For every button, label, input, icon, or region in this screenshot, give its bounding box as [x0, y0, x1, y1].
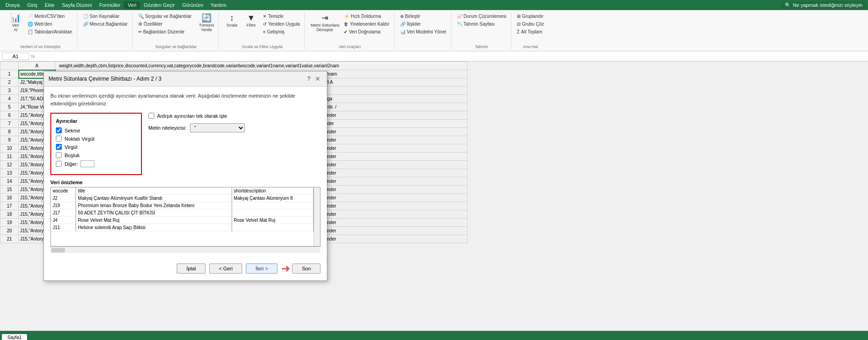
ribbon-btn-birlestir[interactable]: ⊕ Birleştir	[398, 13, 448, 20]
ribbon-btn-tumunu-yenile[interactable]: 🔄 TümünüYenile	[197, 13, 216, 33]
ribbon-btn-veri-al[interactable]: 📊 VeriAl	[6, 13, 25, 33]
checkbox-noktali-virgul: Noktalı Virgül	[56, 136, 136, 142]
ribbon-group-label-8: Ana Hat	[523, 44, 538, 49]
cell-reference-input[interactable]	[2, 53, 29, 60]
preview-scrollbar-h[interactable]	[50, 247, 320, 253]
checkbox-noktali-input[interactable]	[56, 136, 62, 142]
diger-text-input[interactable]	[81, 160, 94, 167]
preview-cell: 50 ADET ZEYTİN ÇALISI ÇİT BİTKİSİ	[76, 209, 232, 217]
checkbox-diger: Diğer:	[56, 160, 136, 167]
dialog-content: Ayırıcılar Sekme Noktalı Virgül Virgül B…	[50, 113, 320, 175]
dialog-title-bar: Metni Sütunlara Çevirme Sihirbazı - Adım…	[44, 71, 327, 87]
dialog-metni-sutunlara: Metni Sütunlara Çevirme Sihirbazı - Adım…	[43, 71, 327, 281]
preview-scrollbar-v[interactable]	[314, 187, 320, 246]
ribbon-group-sorgular: 🔍 Sorgular ve Bağlantılar ⚙ Özellikler ✏…	[134, 12, 219, 50]
veri-modeli-label: Veri Modelini Yönet	[407, 29, 446, 34]
alt-toplam-icon: Σ	[517, 29, 520, 34]
checkbox-bosluk-label[interactable]: Boşluk	[65, 153, 80, 158]
menu-dosya[interactable]: Dosya	[2, 1, 23, 9]
checkbox-virgul-label[interactable]: Virgül	[65, 144, 77, 150]
dialog-btn-iptal[interactable]: İptal	[177, 263, 206, 274]
menu-formuller[interactable]: Formüller	[96, 1, 124, 9]
ribbon-btn-tahmin-sayfasi[interactable]: 📉 Tahmin Sayfası	[455, 21, 508, 27]
checkbox-ardisik-label[interactable]: Ardışık ayırıcıları tek olarak işle	[157, 113, 227, 119]
veri-al-label: VeriAl	[12, 23, 19, 32]
checkbox-noktali-label[interactable]: Noktalı Virgül	[65, 136, 94, 142]
checkbox-sekme: Sekme	[56, 127, 136, 133]
tumunu-yenile-label: TümünüYenile	[199, 23, 214, 32]
ribbon-btn-ozellikler[interactable]: ⚙ Özellikler	[136, 21, 194, 27]
ribbon-group-label-7: Tahmin	[475, 44, 488, 49]
checkbox-ardisik-input[interactable]	[148, 113, 154, 119]
row-number: 21	[0, 235, 19, 243]
row-number: 12	[0, 161, 19, 169]
dialog-btn-son[interactable]: Son	[292, 263, 320, 274]
ribbon-btn-gruplandır[interactable]: ⊞ Gruplandır	[515, 13, 546, 20]
col-header-a[interactable]: A	[19, 62, 55, 70]
ribbon-btn-temizle[interactable]: ✕ Temizle	[261, 13, 302, 20]
ribbon-group-birlestir: ⊕ Birleştir 🔗 İlişkiler 📊 Veri Modelini …	[396, 12, 451, 50]
menu-veri[interactable]: Veri	[124, 1, 140, 9]
dialog-help-icon[interactable]: ?	[307, 76, 310, 82]
sheet-tab-1[interactable]: Sayfa1	[2, 334, 27, 340]
ribbon-btn-baglantilari-duzenle[interactable]: ✏ Bağlantıları Düzenle	[136, 28, 194, 35]
ribbon-btn-yinelenenleri-kaldir[interactable]: 🗑 Yinelenenleri Kaldır	[342, 21, 391, 27]
ribbon-btn-veri-dogrulama[interactable]: ✔ Veri Doğrulama	[342, 28, 391, 35]
ribbon-btn-filtre[interactable]: ▼ Filtre	[242, 13, 260, 28]
preview-cell: wscode	[51, 187, 76, 195]
ribbon-btn-hizli-doldurma[interactable]: ⚡ Hızlı Doldurma	[342, 13, 391, 20]
ribbon-btn-durum-cozumlemesi[interactable]: 📈 Durum Çözümlemesi	[455, 13, 508, 20]
ribbon-group-label-3: Sorgular ve bağlantılar	[155, 44, 197, 49]
preview-row-1: wscode title shortdescription	[51, 187, 314, 195]
checkbox-sekme-label[interactable]: Sekme	[65, 128, 80, 133]
row-number: 2	[0, 78, 19, 87]
dialog-btn-geri[interactable]: < Geri	[209, 263, 242, 274]
ribbon-btn-grubu-coz[interactable]: ⊟ Grubu Çöz	[515, 21, 546, 27]
dialog-close-button[interactable]: ✕	[313, 74, 322, 83]
ribbon-btn-tablo[interactable]: 📋 Tablodan/Aralıktan	[26, 28, 74, 35]
metni-sutunlara-icon: ⇥	[321, 14, 328, 22]
menu-ekle[interactable]: Ekle	[41, 1, 58, 9]
ribbon-btn-metin-csv[interactable]: 📄 Metin/CSV'den	[26, 13, 74, 20]
checkbox-bosluk-input[interactable]	[56, 152, 62, 158]
menu-yardim[interactable]: Yardım	[207, 1, 230, 9]
checkbox-diger-input[interactable]	[56, 161, 62, 167]
row-number: 10	[0, 144, 19, 153]
ribbon-btn-yeniden-uygula[interactable]: ↺ Yeniden Uygula	[261, 21, 302, 27]
ribbon-btn-alt-toplam[interactable]: Σ Alt Toplam	[515, 28, 546, 35]
gelismis-icon: ≡	[263, 29, 266, 34]
checkbox-virgul: Virgül	[56, 144, 136, 150]
menu-gozden-gecir[interactable]: Gözden Geçir	[140, 1, 179, 9]
menu-search[interactable]: 🔍 Ne yapmak istediğinizi söyleyin	[781, 1, 866, 9]
son-kaynaklar-icon: 🕐	[83, 14, 88, 19]
ribbon-group-label-4: Sırala ve Filtre Uygula	[242, 44, 283, 49]
alt-toplam-label: Alt Toplam	[521, 29, 542, 34]
checkbox-bosluk: Boşluk	[56, 152, 136, 158]
arrow-indicator: ➜	[281, 262, 290, 275]
col-header-b[interactable]: weight,width,depth,cbm,listprice,discoun…	[55, 62, 467, 70]
ribbon-btn-gelismis[interactable]: ≡ Gelişmiş	[261, 28, 302, 35]
checkbox-diger-label[interactable]: Diğer:	[65, 161, 78, 167]
dialog-btn-ileri[interactable]: İleri >	[246, 263, 277, 274]
text-niteleyici-select[interactable]: " ' {none}	[190, 123, 245, 132]
ribbon-btn-sirala[interactable]: ↕ Sırala	[222, 13, 241, 28]
ribbon: 📊 VeriAl 📄 Metin/CSV'den 🌐 Web'den 📋 Tab…	[0, 10, 868, 51]
checkbox-sekme-input[interactable]	[56, 127, 62, 133]
menu-goruntum[interactable]: Görünüm	[179, 1, 207, 9]
menu-giris[interactable]: Giriş	[23, 1, 41, 9]
durum-cozumlemesi-icon: 📈	[457, 14, 462, 19]
preview-cell: J17	[51, 209, 76, 217]
ribbon-btn-iliskiler[interactable]: 🔗 İlişkiler	[398, 21, 448, 27]
checkbox-virgul-input[interactable]	[56, 144, 62, 150]
ribbon-btn-metni-sutunlara[interactable]: ⇥ Metni SütunlaraDönüştür	[309, 13, 341, 33]
ribbon-btn-veri-modeli[interactable]: 📊 Veri Modelini Yönet	[398, 28, 448, 35]
temizle-icon: ✕	[263, 14, 266, 19]
ribbon-group-items-3: 🔍 Sorgular ve Bağlantılar ⚙ Özellikler ✏…	[136, 13, 216, 44]
ribbon-btn-mevcut-baglantılar[interactable]: 🔗 Mevcut Bağlantılar	[81, 21, 130, 27]
formula-input[interactable]	[37, 53, 866, 60]
menu-sayfa-duzeni[interactable]: Sayfa Düzeni	[58, 1, 95, 9]
ribbon-btn-son-kaynaklar[interactable]: 🕐 Son Kaynaklar	[81, 13, 130, 20]
sirala-label: Sırala	[227, 23, 238, 27]
ribbon-btn-sorgular[interactable]: 🔍 Sorgular ve Bağlantılar	[136, 13, 194, 20]
ribbon-btn-web[interactable]: 🌐 Web'den	[26, 21, 74, 27]
